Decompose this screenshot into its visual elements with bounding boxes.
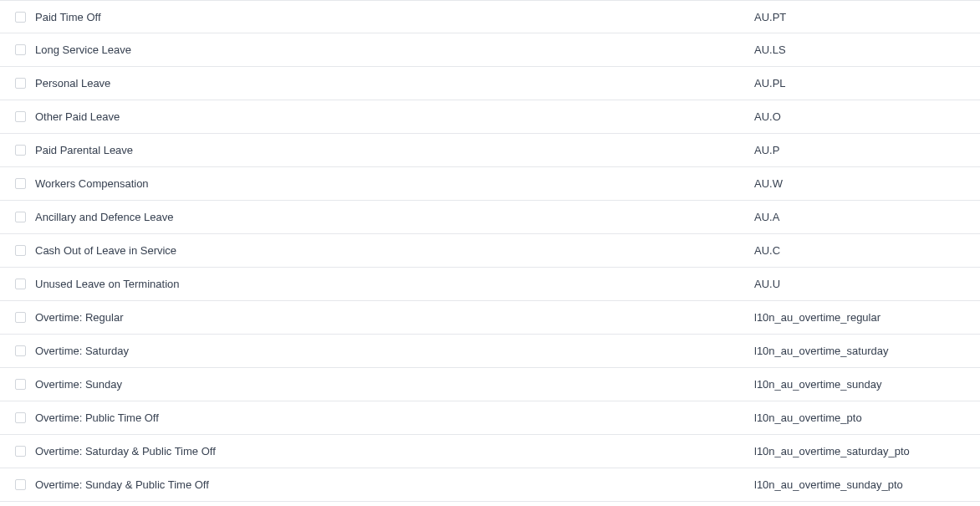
leave-code: AU.A <box>754 211 965 223</box>
row-checkbox[interactable] <box>15 44 26 55</box>
leave-name[interactable]: Other Paid Leave <box>33 110 754 123</box>
checkbox-cell <box>15 345 33 356</box>
checkbox-cell <box>15 479 33 490</box>
leave-name[interactable]: Overtime: Public Time Off <box>33 411 754 424</box>
leave-name[interactable]: Overtime: Sunday & Public Time Off <box>33 478 754 491</box>
leave-name[interactable]: Personal Leave <box>33 77 754 89</box>
table-row[interactable]: Overtime: Public Time Off l10n_au_overti… <box>0 401 980 435</box>
leave-code: AU.O <box>754 110 965 123</box>
checkbox-cell <box>15 279 33 289</box>
leave-code: AU.C <box>754 244 965 257</box>
leave-types-table: Paid Time Off AU.PT Long Service Leave A… <box>0 0 980 502</box>
checkbox-cell <box>15 12 33 23</box>
table-row[interactable]: Other Paid Leave AU.O <box>0 100 980 134</box>
leave-name[interactable]: Overtime: Saturday & Public Time Off <box>33 445 754 457</box>
leave-name[interactable]: Long Service Leave <box>33 43 754 56</box>
leave-code: l10n_au_overtime_pto <box>754 411 965 424</box>
checkbox-cell <box>15 178 33 189</box>
leave-code: AU.W <box>754 177 965 190</box>
leave-name[interactable]: Ancillary and Defence Leave <box>33 211 754 223</box>
table-row[interactable]: Overtime: Saturday & Public Time Off l10… <box>0 435 980 468</box>
leave-code: AU.PL <box>754 77 965 89</box>
checkbox-cell <box>15 212 33 222</box>
leave-name[interactable]: Paid Parental Leave <box>33 144 754 156</box>
leave-code: AU.U <box>754 278 965 290</box>
leave-code: l10n_au_overtime_saturday_pto <box>754 445 965 457</box>
leave-code: AU.PT <box>754 11 965 23</box>
leave-code: AU.P <box>754 144 965 156</box>
row-checkbox[interactable] <box>15 78 26 89</box>
table-row[interactable]: Ancillary and Defence Leave AU.A <box>0 201 980 234</box>
checkbox-cell <box>15 412 33 423</box>
row-checkbox[interactable] <box>15 279 26 289</box>
leave-name[interactable]: Unused Leave on Termination <box>33 278 754 290</box>
table-row[interactable]: Long Service Leave AU.LS <box>0 33 980 67</box>
row-checkbox[interactable] <box>15 345 26 356</box>
leave-name[interactable]: Workers Compensation <box>33 177 754 190</box>
row-checkbox[interactable] <box>15 245 26 256</box>
checkbox-cell <box>15 111 33 122</box>
leave-code: l10n_au_overtime_sunday_pto <box>754 478 965 491</box>
row-checkbox[interactable] <box>15 111 26 122</box>
checkbox-cell <box>15 379 33 390</box>
row-checkbox[interactable] <box>15 145 26 156</box>
table-row[interactable]: Paid Time Off AU.PT <box>0 0 980 33</box>
table-row[interactable]: Unused Leave on Termination AU.U <box>0 268 980 301</box>
leave-code: AU.LS <box>754 43 965 56</box>
checkbox-cell <box>15 78 33 89</box>
table-row[interactable]: Personal Leave AU.PL <box>0 67 980 100</box>
table-row[interactable]: Paid Parental Leave AU.P <box>0 134 980 167</box>
row-checkbox[interactable] <box>15 446 26 457</box>
row-checkbox[interactable] <box>15 412 26 423</box>
leave-name[interactable]: Paid Time Off <box>33 11 754 23</box>
leave-code: l10n_au_overtime_saturday <box>754 345 965 357</box>
leave-code: l10n_au_overtime_regular <box>754 311 965 324</box>
checkbox-cell <box>15 245 33 256</box>
leave-code: l10n_au_overtime_sunday <box>754 378 965 391</box>
leave-name[interactable]: Overtime: Regular <box>33 311 754 324</box>
leave-name[interactable]: Overtime: Sunday <box>33 378 754 391</box>
table-row[interactable]: Cash Out of Leave in Service AU.C <box>0 234 980 268</box>
table-row[interactable]: Workers Compensation AU.W <box>0 167 980 201</box>
checkbox-cell <box>15 446 33 457</box>
table-row[interactable]: Overtime: Sunday & Public Time Off l10n_… <box>0 468 980 502</box>
row-checkbox[interactable] <box>15 178 26 189</box>
table-row[interactable]: Overtime: Regular l10n_au_overtime_regul… <box>0 301 980 335</box>
row-checkbox[interactable] <box>15 479 26 490</box>
checkbox-cell <box>15 312 33 323</box>
checkbox-cell <box>15 44 33 55</box>
table-row[interactable]: Overtime: Sunday l10n_au_overtime_sunday <box>0 368 980 401</box>
leave-name[interactable]: Cash Out of Leave in Service <box>33 244 754 257</box>
table-row[interactable]: Overtime: Saturday l10n_au_overtime_satu… <box>0 335 980 368</box>
checkbox-cell <box>15 145 33 156</box>
row-checkbox[interactable] <box>15 12 26 23</box>
row-checkbox[interactable] <box>15 312 26 323</box>
row-checkbox[interactable] <box>15 212 26 222</box>
row-checkbox[interactable] <box>15 379 26 390</box>
leave-name[interactable]: Overtime: Saturday <box>33 345 754 357</box>
